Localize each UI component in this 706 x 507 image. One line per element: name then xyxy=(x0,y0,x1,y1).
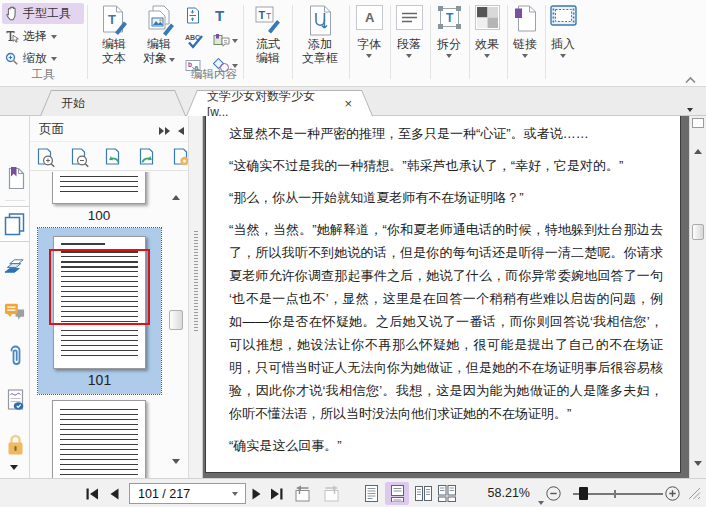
zoom-out-button[interactable] xyxy=(546,486,561,501)
add-callout-button[interactable] xyxy=(211,28,241,53)
insert-media-icon xyxy=(550,5,577,26)
split-text-icon xyxy=(185,7,200,24)
thumbnail-page-101-selected[interactable]: 101 xyxy=(38,228,161,394)
svg-text:T: T xyxy=(259,9,266,21)
scrollbar-split-handle[interactable] xyxy=(692,118,704,128)
enlarge-thumbnails-button[interactable] xyxy=(34,146,56,168)
pages-panel-button[interactable] xyxy=(0,206,29,242)
panel-expand-button[interactable] xyxy=(158,122,171,140)
select-dropdown-caret xyxy=(51,35,57,39)
main-content: 页面 xyxy=(0,116,706,478)
edit-text-button[interactable]: T 编辑 文本 xyxy=(92,3,136,81)
spell-check-button[interactable]: ABC xyxy=(183,28,209,53)
document-scrollbar[interactable] xyxy=(689,116,706,478)
facing-view-icon xyxy=(415,485,432,502)
first-page-button[interactable] xyxy=(85,488,99,500)
paragraph: “当然，当然。”她解释道，“你和夏老师通电话的时候，特地躲到灶台那边去了，所以我… xyxy=(229,218,663,425)
select-tool-button[interactable]: 选择 xyxy=(2,26,84,47)
paragraph-icon xyxy=(396,5,423,30)
effect-icon xyxy=(475,5,500,30)
tab-list-dropdown[interactable] xyxy=(687,98,693,116)
rotate-left-button[interactable] xyxy=(102,146,124,168)
spell-check-icon: ABC xyxy=(185,33,203,49)
collapse-ribbon-button[interactable] xyxy=(684,70,697,88)
thumbnail-page-100[interactable] xyxy=(52,172,146,204)
paragraph: “这确实不过是我的一种猜想。”韩采芦也承认了，“幸好，它是对的。” xyxy=(229,154,663,177)
page-combo-caret xyxy=(232,492,238,496)
insert-button[interactable]: 插入 xyxy=(546,3,580,81)
paperclip-icon xyxy=(6,345,25,368)
document-tab-bar: 开始 文学少女对数学少女[w... × xyxy=(0,87,706,116)
tab-document-label: 文学少女对数学少女[w... xyxy=(207,88,330,119)
triangle-up-icon xyxy=(694,132,702,154)
add-text-button[interactable]: T xyxy=(211,3,241,28)
comments-panel-button[interactable] xyxy=(4,300,26,324)
scrollbar-thumb[interactable] xyxy=(692,224,704,240)
panel-scroll-down[interactable] xyxy=(172,464,180,478)
tab-document[interactable]: 文学少女对数学少女[w... × xyxy=(186,90,373,116)
effect-caret xyxy=(484,54,490,58)
previous-page-icon xyxy=(109,488,119,500)
panel-scroll-up[interactable] xyxy=(172,178,180,196)
continuous-view-button[interactable] xyxy=(385,482,409,505)
link-button[interactable]: 链接 xyxy=(508,3,542,81)
tab-close-icon[interactable]: × xyxy=(344,97,352,110)
flow-edit-button[interactable]: TT 流式 编辑 xyxy=(246,3,290,81)
rotate-right-button[interactable] xyxy=(136,146,158,168)
document-canvas[interactable]: 这显然不是一种严密的推理，至多只是一种“心证”。或者说…… “这确实不过是我的一… xyxy=(203,116,689,478)
previous-view-button[interactable] xyxy=(294,485,312,502)
next-view-button[interactable] xyxy=(322,485,340,502)
tab-start[interactable]: 开始 xyxy=(40,90,186,116)
previous-page-button[interactable] xyxy=(109,488,119,500)
text-tool-icon: T xyxy=(213,8,227,23)
attachments-panel-button[interactable] xyxy=(4,344,26,368)
zoom-slider-center-tick xyxy=(614,490,616,498)
ribbon-separator xyxy=(349,5,350,79)
thumbnail-page-102[interactable] xyxy=(52,400,146,478)
layers-panel-button[interactable] xyxy=(4,254,26,278)
pages-panel-title: 页面 xyxy=(39,121,64,138)
hand-tool-button[interactable]: 手型工具 xyxy=(2,3,84,24)
split-button[interactable]: T 拆分 xyxy=(432,3,466,81)
paragraph: “确实是这么回事。” xyxy=(229,434,663,457)
effect-button[interactable]: 效果 xyxy=(470,3,504,81)
zoom-slider-thumb[interactable] xyxy=(579,487,588,500)
security-panel-button[interactable] xyxy=(4,432,26,456)
signatures-panel-button[interactable] xyxy=(4,388,26,412)
last-page-button[interactable] xyxy=(270,488,284,500)
single-page-view-icon xyxy=(365,485,378,502)
first-page-icon xyxy=(85,488,99,500)
add-article-box-button[interactable]: 添加 文章框 xyxy=(294,3,346,81)
reduce-thumbnails-button[interactable] xyxy=(68,146,90,168)
font-button[interactable]: A 字体 xyxy=(352,3,386,81)
paragraph-button[interactable]: 段落 xyxy=(392,3,426,81)
rotate-left-icon xyxy=(103,147,124,168)
page-text: 这显然不是一种严密的推理，至多只是一种“心证”。或者说…… “这确实不过是我的一… xyxy=(229,122,663,457)
resize-grip[interactable] xyxy=(688,487,701,500)
triangle-down-icon xyxy=(172,459,180,478)
facing-view-button[interactable] xyxy=(412,482,434,505)
zoom-in-button[interactable] xyxy=(665,486,680,501)
scroll-up-button[interactable] xyxy=(694,132,702,150)
bookmarks-panel-button[interactable] xyxy=(4,166,26,190)
edit-object-button[interactable]: 编辑 对象 xyxy=(136,3,182,81)
single-page-view-button[interactable] xyxy=(360,482,382,505)
next-page-button[interactable] xyxy=(252,488,262,500)
continuous-facing-view-button[interactable] xyxy=(436,482,458,505)
page-number-combobox[interactable]: 101 / 217 xyxy=(129,483,246,504)
triangle-up-icon xyxy=(172,178,180,200)
panel-splitter[interactable] xyxy=(188,116,203,478)
panel-scrollbar-thumb[interactable] xyxy=(169,310,183,330)
current-view-rectangle[interactable] xyxy=(49,249,150,325)
zoom-tool-button[interactable]: 缩放 xyxy=(2,48,84,69)
zoom-level-dropdown[interactable] xyxy=(538,491,544,507)
magnifier-icon xyxy=(5,52,19,66)
panel-collapse-button[interactable] xyxy=(177,122,185,140)
next-page-icon xyxy=(252,488,262,500)
ribbon-separator xyxy=(292,5,293,79)
page-options-button[interactable] xyxy=(170,146,188,168)
zoom-level-display[interactable]: 58.21% xyxy=(474,486,530,500)
pdf-page: 这显然不是一种严密的推理，至多只是一种“心证”。或者说…… “这确实不过是我的一… xyxy=(205,116,681,473)
double-arrow-right-icon xyxy=(158,126,171,136)
merge-split-text-button[interactable] xyxy=(183,3,209,28)
